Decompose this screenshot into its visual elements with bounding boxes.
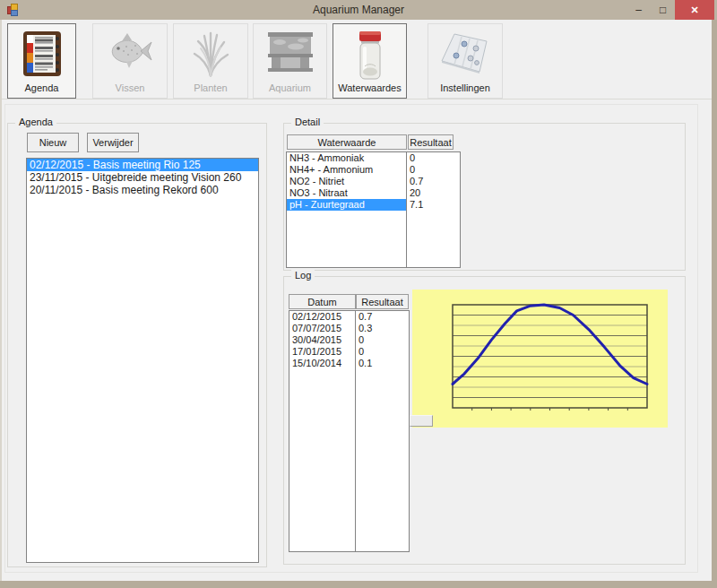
list-item[interactable]: 30/04/2015 bbox=[289, 334, 355, 346]
list-item[interactable]: pH - Zuurtegraad bbox=[287, 199, 406, 211]
resultaat-column-header[interactable]: Resultaat bbox=[408, 134, 454, 150]
toolbar-button-label: Agenda bbox=[25, 82, 59, 93]
settings-icon bbox=[440, 30, 490, 77]
log-date-list[interactable]: 02/12/201507/07/201530/04/201517/01/2015… bbox=[289, 310, 356, 552]
water-sample-icon bbox=[355, 30, 385, 81]
list-item[interactable]: 0 bbox=[407, 152, 460, 164]
toolbar-button-label: Planten bbox=[194, 82, 227, 93]
agenda-group-label: Agenda bbox=[15, 117, 56, 127]
list-item[interactable]: NH4+ - Ammonium bbox=[287, 164, 406, 176]
list-item[interactable]: NO3 - Nitraat bbox=[287, 187, 406, 199]
chart-corner-box bbox=[410, 415, 433, 427]
list-item[interactable]: NH3 - Ammoniak bbox=[287, 152, 406, 164]
list-item[interactable]: 0 bbox=[356, 334, 409, 346]
log-chart bbox=[412, 290, 668, 428]
log-group-label: Log bbox=[291, 270, 315, 281]
window-controls: – □ ✕ bbox=[626, 0, 714, 20]
list-item[interactable]: 0 bbox=[356, 346, 409, 358]
toolbar-button-waterwaardes[interactable]: Waterwaardes bbox=[333, 23, 407, 99]
app-icon bbox=[7, 4, 20, 16]
app-window: Aquarium Manager – □ ✕ bbox=[0, 0, 717, 588]
list-item[interactable]: 17/01/2015 bbox=[289, 346, 355, 358]
fish-icon bbox=[105, 30, 155, 72]
list-item[interactable]: 0.7 bbox=[356, 311, 409, 323]
detail-group-label: Detail bbox=[291, 117, 324, 127]
toolbar-button-planten[interactable]: Planten bbox=[173, 23, 248, 99]
list-item[interactable]: 15/10/2014 bbox=[289, 358, 355, 369]
agenda-icon bbox=[22, 30, 63, 77]
minimize-button[interactable]: – bbox=[626, 0, 651, 20]
toolbar-button-aquarium[interactable]: Aquarium bbox=[253, 23, 327, 99]
list-item[interactable]: 0.3 bbox=[356, 323, 409, 334]
list-item[interactable]: 0 bbox=[407, 164, 460, 176]
list-item[interactable]: 7.1 bbox=[407, 199, 460, 211]
plant-icon bbox=[189, 30, 232, 77]
agenda-list[interactable]: 02/12/2015 - Basis meeting Rio 12523/11/… bbox=[26, 158, 259, 563]
window-border-left bbox=[0, 20, 2, 588]
resultaat-column-header[interactable]: Resultaat bbox=[356, 294, 409, 309]
chart-canvas bbox=[412, 290, 668, 428]
toolbar-separator bbox=[2, 99, 712, 99]
window-border-right bbox=[712, 20, 717, 588]
list-item[interactable]: 02/12/2015 - Basis meeting Rio 125 bbox=[27, 159, 258, 171]
toolbar-button-label: Waterwaardes bbox=[338, 82, 402, 93]
list-item[interactable]: 20 bbox=[407, 187, 460, 199]
datum-column-header[interactable]: Datum bbox=[289, 294, 356, 309]
detail-name-list[interactable]: NH3 - AmmoniakNH4+ - AmmoniumNO2 - Nitri… bbox=[286, 151, 407, 268]
close-button[interactable]: ✕ bbox=[675, 0, 714, 20]
new-button[interactable]: Nieuw bbox=[27, 133, 79, 152]
toolbar-button-label: Aquarium bbox=[269, 82, 311, 93]
log-value-list[interactable]: 0.70.3000.1 bbox=[355, 310, 410, 552]
toolbar-button-instellingen[interactable]: Instellingen bbox=[428, 23, 503, 99]
list-item[interactable]: 23/11/2015 - Uitgebreide meeting Vision … bbox=[27, 171, 258, 184]
list-item[interactable]: 20/11/2015 - Basis meeting Rekord 600 bbox=[27, 184, 258, 196]
list-item[interactable]: 0.7 bbox=[407, 176, 460, 187]
window-border-bottom bbox=[0, 581, 717, 588]
detail-value-list[interactable]: 000.7207.1 bbox=[406, 151, 461, 268]
aquarium-icon bbox=[265, 30, 315, 74]
toolbar-button-agenda[interactable]: Agenda bbox=[7, 23, 76, 99]
delete-button[interactable]: Verwijder bbox=[87, 133, 139, 152]
detail-groupbox: Detail Waterwaarde Resultaat NH3 - Ammon… bbox=[283, 123, 686, 271]
list-item[interactable]: 07/07/2015 bbox=[289, 323, 355, 334]
title-bar: Aquarium Manager – □ ✕ bbox=[0, 0, 717, 20]
toolbar-button-label: Instellingen bbox=[440, 82, 490, 93]
list-item[interactable]: 02/12/2015 bbox=[289, 311, 355, 323]
list-item[interactable]: 0.1 bbox=[356, 358, 409, 369]
waterwaarde-column-header[interactable]: Waterwaarde bbox=[287, 134, 407, 150]
list-item[interactable]: NO2 - Nitriet bbox=[287, 176, 406, 187]
toolbar-button-vissen[interactable]: Vissen bbox=[92, 23, 168, 99]
agenda-groupbox: Agenda Nieuw Verwijder 02/12/2015 - Basi… bbox=[7, 123, 267, 567]
maximize-button[interactable]: □ bbox=[651, 0, 675, 20]
window-title: Aquarium Manager bbox=[90, 0, 627, 20]
toolbar-button-label: Vissen bbox=[116, 82, 145, 93]
